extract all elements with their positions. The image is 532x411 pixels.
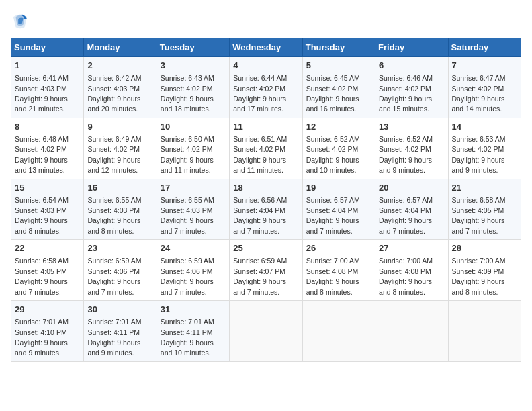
day-info: Sunrise: 6:49 AMSunset: 4:02 PMDaylight:… [87, 135, 141, 174]
day-number: 29 [15, 304, 80, 316]
calendar-cell: 8Sunrise: 6:48 AMSunset: 4:02 PMDaylight… [11, 118, 84, 179]
day-number: 12 [306, 121, 371, 133]
day-info: Sunrise: 7:01 AMSunset: 4:10 PMDaylight:… [15, 318, 69, 357]
day-number: 25 [233, 242, 298, 255]
day-info: Sunrise: 6:58 AMSunset: 4:05 PMDaylight:… [452, 196, 506, 235]
day-info: Sunrise: 6:41 AMSunset: 4:03 PMDaylight:… [15, 74, 69, 113]
day-info: Sunrise: 7:00 AMSunset: 4:09 PMDaylight:… [452, 257, 506, 295]
day-number: 3 [161, 60, 226, 72]
day-number: 21 [452, 182, 517, 194]
calendar-cell: 27Sunrise: 7:00 AMSunset: 4:08 PMDayligh… [375, 240, 448, 301]
calendar-cell [375, 301, 448, 362]
day-number: 18 [233, 182, 298, 194]
calendar-cell: 21Sunrise: 6:58 AMSunset: 4:05 PMDayligh… [448, 179, 521, 240]
day-number: 6 [379, 60, 444, 72]
page-header [11, 11, 521, 30]
day-info: Sunrise: 7:00 AMSunset: 4:08 PMDaylight:… [379, 257, 433, 295]
day-info: Sunrise: 6:59 AMSunset: 4:06 PMDaylight:… [87, 257, 141, 295]
day-number: 1 [15, 60, 80, 72]
calendar-week-row: 22Sunrise: 6:58 AMSunset: 4:05 PMDayligh… [11, 240, 521, 301]
calendar-cell: 14Sunrise: 6:53 AMSunset: 4:02 PMDayligh… [448, 118, 521, 179]
calendar-cell: 31Sunrise: 7:01 AMSunset: 4:11 PMDayligh… [157, 301, 229, 362]
day-number: 5 [306, 60, 371, 72]
calendar-cell: 13Sunrise: 6:52 AMSunset: 4:02 PMDayligh… [375, 118, 448, 179]
calendar-cell: 28Sunrise: 7:00 AMSunset: 4:09 PMDayligh… [448, 240, 521, 301]
calendar-cell: 19Sunrise: 6:57 AMSunset: 4:04 PMDayligh… [302, 179, 375, 240]
day-info: Sunrise: 6:56 AMSunset: 4:04 PMDaylight:… [233, 196, 287, 235]
calendar-cell: 17Sunrise: 6:55 AMSunset: 4:03 PMDayligh… [157, 179, 229, 240]
calendar-cell: 24Sunrise: 6:59 AMSunset: 4:06 PMDayligh… [157, 240, 229, 301]
calendar-week-row: 8Sunrise: 6:48 AMSunset: 4:02 PMDaylight… [11, 118, 521, 179]
calendar-cell [230, 301, 302, 362]
calendar-cell: 30Sunrise: 7:01 AMSunset: 4:11 PMDayligh… [84, 301, 157, 362]
calendar-header-row: SundayMondayTuesdayWednesdayThursdayFrid… [11, 38, 521, 57]
day-number: 7 [452, 60, 517, 72]
calendar-cell: 16Sunrise: 6:55 AMSunset: 4:03 PMDayligh… [84, 179, 157, 240]
day-number: 19 [306, 182, 371, 194]
calendar-cell: 26Sunrise: 7:00 AMSunset: 4:08 PMDayligh… [302, 240, 375, 301]
day-info: Sunrise: 6:55 AMSunset: 4:03 PMDaylight:… [87, 196, 141, 235]
day-number: 16 [87, 182, 152, 194]
weekday-header: Thursday [302, 38, 375, 57]
calendar-cell: 11Sunrise: 6:51 AMSunset: 4:02 PMDayligh… [230, 118, 302, 179]
weekday-header: Monday [84, 38, 157, 57]
calendar-cell: 6Sunrise: 6:46 AMSunset: 4:02 PMDaylight… [375, 57, 448, 118]
weekday-header: Sunday [11, 38, 84, 57]
calendar-cell: 29Sunrise: 7:01 AMSunset: 4:10 PMDayligh… [11, 301, 84, 362]
day-info: Sunrise: 6:53 AMSunset: 4:02 PMDaylight:… [452, 135, 506, 174]
day-info: Sunrise: 6:55 AMSunset: 4:03 PMDaylight:… [161, 196, 214, 235]
day-number: 2 [87, 60, 152, 72]
calendar-body: 1Sunrise: 6:41 AMSunset: 4:03 PMDaylight… [11, 57, 521, 362]
day-number: 15 [15, 182, 80, 194]
weekday-header: Wednesday [230, 38, 302, 57]
day-number: 28 [452, 242, 517, 255]
day-info: Sunrise: 6:47 AMSunset: 4:02 PMDaylight:… [452, 74, 506, 113]
calendar-cell: 18Sunrise: 6:56 AMSunset: 4:04 PMDayligh… [230, 179, 302, 240]
day-info: Sunrise: 7:00 AMSunset: 4:08 PMDaylight:… [306, 257, 360, 295]
day-info: Sunrise: 6:58 AMSunset: 4:05 PMDaylight:… [15, 257, 69, 295]
day-number: 24 [161, 242, 226, 255]
day-number: 31 [161, 304, 226, 316]
day-number: 9 [87, 121, 152, 133]
day-number: 11 [233, 121, 298, 133]
calendar-week-row: 1Sunrise: 6:41 AMSunset: 4:03 PMDaylight… [11, 57, 521, 118]
calendar-cell: 1Sunrise: 6:41 AMSunset: 4:03 PMDaylight… [11, 57, 84, 118]
calendar-cell: 10Sunrise: 6:50 AMSunset: 4:02 PMDayligh… [157, 118, 229, 179]
day-number: 8 [15, 121, 80, 133]
calendar-week-row: 15Sunrise: 6:54 AMSunset: 4:03 PMDayligh… [11, 179, 521, 240]
calendar-week-row: 29Sunrise: 7:01 AMSunset: 4:10 PMDayligh… [11, 301, 521, 362]
day-info: Sunrise: 7:01 AMSunset: 4:11 PMDaylight:… [161, 318, 214, 357]
day-info: Sunrise: 6:59 AMSunset: 4:07 PMDaylight:… [233, 257, 287, 295]
day-number: 4 [233, 60, 298, 72]
day-number: 26 [306, 242, 371, 255]
calendar-cell [448, 301, 521, 362]
day-info: Sunrise: 6:54 AMSunset: 4:03 PMDaylight:… [15, 196, 69, 235]
day-info: Sunrise: 6:42 AMSunset: 4:03 PMDaylight:… [87, 74, 141, 113]
day-info: Sunrise: 6:57 AMSunset: 4:04 PMDaylight:… [306, 196, 360, 235]
calendar-cell: 25Sunrise: 6:59 AMSunset: 4:07 PMDayligh… [230, 240, 302, 301]
calendar-cell: 5Sunrise: 6:45 AMSunset: 4:02 PMDaylight… [302, 57, 375, 118]
day-number: 27 [379, 242, 444, 255]
day-info: Sunrise: 6:43 AMSunset: 4:02 PMDaylight:… [161, 74, 214, 113]
day-number: 23 [87, 242, 152, 255]
day-info: Sunrise: 6:48 AMSunset: 4:02 PMDaylight:… [15, 135, 69, 174]
logo [11, 11, 32, 30]
calendar-cell [302, 301, 375, 362]
day-info: Sunrise: 6:57 AMSunset: 4:04 PMDaylight:… [379, 196, 433, 235]
calendar-cell: 2Sunrise: 6:42 AMSunset: 4:03 PMDaylight… [84, 57, 157, 118]
day-number: 22 [15, 242, 80, 255]
logo-icon [11, 11, 30, 30]
calendar-cell: 22Sunrise: 6:58 AMSunset: 4:05 PMDayligh… [11, 240, 84, 301]
day-info: Sunrise: 6:59 AMSunset: 4:06 PMDaylight:… [161, 257, 214, 295]
calendar-cell: 23Sunrise: 6:59 AMSunset: 4:06 PMDayligh… [84, 240, 157, 301]
calendar-cell: 9Sunrise: 6:49 AMSunset: 4:02 PMDaylight… [84, 118, 157, 179]
day-info: Sunrise: 6:50 AMSunset: 4:02 PMDaylight:… [161, 135, 214, 174]
day-info: Sunrise: 6:51 AMSunset: 4:02 PMDaylight:… [233, 135, 287, 174]
calendar-cell: 12Sunrise: 6:52 AMSunset: 4:02 PMDayligh… [302, 118, 375, 179]
day-number: 14 [452, 121, 517, 133]
weekday-header: Saturday [448, 38, 521, 57]
day-info: Sunrise: 6:44 AMSunset: 4:02 PMDaylight:… [233, 74, 287, 113]
calendar-cell: 15Sunrise: 6:54 AMSunset: 4:03 PMDayligh… [11, 179, 84, 240]
day-number: 13 [379, 121, 444, 133]
day-number: 10 [161, 121, 226, 133]
